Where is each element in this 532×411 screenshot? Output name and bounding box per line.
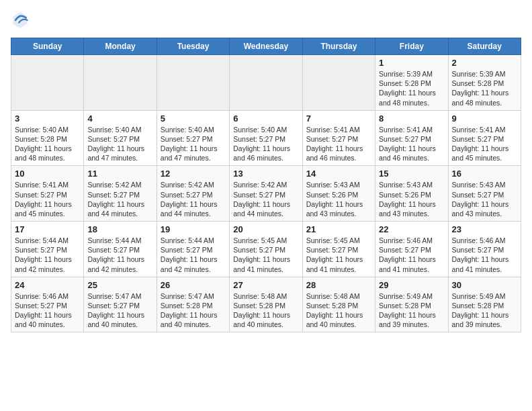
calendar-cell: 5Sunrise: 5:40 AM Sunset: 5:27 PM Daylig…: [157, 110, 229, 166]
day-number: 12: [161, 169, 226, 179]
calendar-cell: 11Sunrise: 5:42 AM Sunset: 5:27 PM Dayli…: [84, 166, 157, 222]
day-info: Sunrise: 5:41 AM Sunset: 5:27 PM Dayligh…: [379, 125, 444, 163]
day-info: Sunrise: 5:43 AM Sunset: 5:26 PM Dayligh…: [379, 180, 444, 218]
weekday-header-monday: Monday: [84, 38, 157, 55]
day-number: 24: [15, 280, 80, 290]
calendar-cell: 20Sunrise: 5:45 AM Sunset: 5:27 PM Dayli…: [230, 222, 302, 277]
day-info: Sunrise: 5:42 AM Sunset: 5:27 PM Dayligh…: [87, 180, 152, 218]
calendar-cell: 17Sunrise: 5:44 AM Sunset: 5:27 PM Dayli…: [11, 222, 84, 277]
day-number: 6: [233, 113, 298, 124]
day-number: 2: [452, 58, 517, 68]
day-number: 29: [379, 280, 444, 290]
day-number: 20: [233, 224, 298, 234]
day-info: Sunrise: 5:45 AM Sunset: 5:27 PM Dayligh…: [306, 236, 371, 274]
day-info: Sunrise: 5:43 AM Sunset: 5:27 PM Dayligh…: [452, 180, 517, 218]
day-info: Sunrise: 5:39 AM Sunset: 5:28 PM Dayligh…: [379, 69, 444, 107]
calendar-cell: 28Sunrise: 5:48 AM Sunset: 5:28 PM Dayli…: [302, 277, 375, 332]
calendar-cell: 19Sunrise: 5:44 AM Sunset: 5:27 PM Dayli…: [157, 222, 229, 277]
calendar-cell: 12Sunrise: 5:42 AM Sunset: 5:27 PM Dayli…: [157, 166, 229, 222]
day-info: Sunrise: 5:39 AM Sunset: 5:28 PM Dayligh…: [452, 69, 517, 107]
day-number: 9: [452, 113, 517, 124]
calendar-week-2: 3Sunrise: 5:40 AM Sunset: 5:28 PM Daylig…: [11, 110, 521, 166]
day-number: 17: [15, 224, 80, 234]
calendar-cell: 22Sunrise: 5:46 AM Sunset: 5:27 PM Dayli…: [375, 222, 448, 277]
weekday-header-wednesday: Wednesday: [230, 38, 302, 55]
calendar-cell: 4Sunrise: 5:40 AM Sunset: 5:27 PM Daylig…: [84, 110, 157, 166]
calendar-cell: 7Sunrise: 5:41 AM Sunset: 5:27 PM Daylig…: [302, 110, 375, 166]
calendar-cell: [302, 55, 375, 111]
day-number: 5: [161, 113, 226, 124]
weekday-header-sunday: Sunday: [11, 38, 84, 55]
day-info: Sunrise: 5:41 AM Sunset: 5:27 PM Dayligh…: [452, 125, 517, 163]
day-info: Sunrise: 5:40 AM Sunset: 5:28 PM Dayligh…: [15, 125, 80, 163]
day-info: Sunrise: 5:49 AM Sunset: 5:28 PM Dayligh…: [379, 291, 444, 330]
calendar-week-3: 10Sunrise: 5:41 AM Sunset: 5:27 PM Dayli…: [11, 166, 521, 222]
day-number: 15: [379, 169, 444, 179]
day-info: Sunrise: 5:42 AM Sunset: 5:27 PM Dayligh…: [233, 180, 298, 218]
weekday-header-friday: Friday: [375, 38, 448, 55]
day-number: 16: [452, 169, 517, 179]
calendar-week-1: 1Sunrise: 5:39 AM Sunset: 5:28 PM Daylig…: [11, 55, 521, 111]
day-number: 23: [452, 224, 517, 234]
calendar-cell: 2Sunrise: 5:39 AM Sunset: 5:28 PM Daylig…: [448, 55, 521, 111]
day-number: 13: [233, 169, 298, 179]
day-number: 26: [161, 280, 226, 290]
day-info: Sunrise: 5:46 AM Sunset: 5:27 PM Dayligh…: [379, 236, 444, 274]
calendar-cell: [230, 55, 302, 111]
calendar-body: 1Sunrise: 5:39 AM Sunset: 5:28 PM Daylig…: [11, 55, 521, 332]
day-number: 1: [379, 58, 444, 68]
day-info: Sunrise: 5:48 AM Sunset: 5:28 PM Dayligh…: [306, 291, 371, 330]
day-number: 8: [379, 113, 444, 124]
day-info: Sunrise: 5:44 AM Sunset: 5:27 PM Dayligh…: [87, 236, 152, 274]
calendar-cell: 30Sunrise: 5:49 AM Sunset: 5:28 PM Dayli…: [448, 277, 521, 332]
calendar-cell: 21Sunrise: 5:45 AM Sunset: 5:27 PM Dayli…: [302, 222, 375, 277]
calendar-week-5: 24Sunrise: 5:46 AM Sunset: 5:27 PM Dayli…: [11, 277, 521, 332]
calendar-cell: [157, 55, 229, 111]
calendar-cell: 26Sunrise: 5:47 AM Sunset: 5:28 PM Dayli…: [157, 277, 229, 332]
day-info: Sunrise: 5:40 AM Sunset: 5:27 PM Dayligh…: [233, 125, 298, 163]
calendar-cell: 23Sunrise: 5:46 AM Sunset: 5:27 PM Dayli…: [448, 222, 521, 277]
calendar-cell: 6Sunrise: 5:40 AM Sunset: 5:27 PM Daylig…: [230, 110, 302, 166]
day-info: Sunrise: 5:42 AM Sunset: 5:27 PM Dayligh…: [161, 180, 226, 218]
weekday-header-saturday: Saturday: [448, 38, 521, 55]
calendar-header: SundayMondayTuesdayWednesdayThursdayFrid…: [11, 38, 521, 55]
calendar-cell: 27Sunrise: 5:48 AM Sunset: 5:28 PM Dayli…: [230, 277, 302, 332]
day-info: Sunrise: 5:41 AM Sunset: 5:27 PM Dayligh…: [306, 125, 371, 163]
calendar-table: SundayMondayTuesdayWednesdayThursdayFrid…: [11, 38, 521, 332]
day-number: 28: [306, 280, 371, 290]
day-info: Sunrise: 5:47 AM Sunset: 5:27 PM Dayligh…: [87, 291, 152, 330]
day-number: 22: [379, 224, 444, 234]
day-info: Sunrise: 5:44 AM Sunset: 5:27 PM Dayligh…: [161, 236, 226, 274]
day-info: Sunrise: 5:44 AM Sunset: 5:27 PM Dayligh…: [15, 236, 80, 274]
day-info: Sunrise: 5:40 AM Sunset: 5:27 PM Dayligh…: [161, 125, 226, 163]
day-info: Sunrise: 5:46 AM Sunset: 5:27 PM Dayligh…: [15, 291, 80, 330]
calendar-cell: 10Sunrise: 5:41 AM Sunset: 5:27 PM Dayli…: [11, 166, 84, 222]
page-header: [11, 11, 521, 30]
calendar-cell: 8Sunrise: 5:41 AM Sunset: 5:27 PM Daylig…: [375, 110, 448, 166]
logo-icon: [11, 11, 30, 30]
weekday-header-thursday: Thursday: [302, 38, 375, 55]
weekday-header-row: SundayMondayTuesdayWednesdayThursdayFrid…: [11, 38, 521, 55]
calendar-cell: 9Sunrise: 5:41 AM Sunset: 5:27 PM Daylig…: [448, 110, 521, 166]
day-number: 11: [87, 169, 152, 179]
day-number: 30: [452, 280, 517, 290]
calendar-week-4: 17Sunrise: 5:44 AM Sunset: 5:27 PM Dayli…: [11, 222, 521, 277]
calendar-cell: 1Sunrise: 5:39 AM Sunset: 5:28 PM Daylig…: [375, 55, 448, 111]
calendar-cell: [11, 55, 84, 111]
day-info: Sunrise: 5:48 AM Sunset: 5:28 PM Dayligh…: [233, 291, 298, 330]
calendar-cell: 29Sunrise: 5:49 AM Sunset: 5:28 PM Dayli…: [375, 277, 448, 332]
calendar-cell: [84, 55, 157, 111]
logo: [11, 11, 32, 30]
day-number: 4: [87, 113, 152, 124]
day-info: Sunrise: 5:47 AM Sunset: 5:28 PM Dayligh…: [161, 291, 226, 330]
day-info: Sunrise: 5:41 AM Sunset: 5:27 PM Dayligh…: [15, 180, 80, 218]
calendar-cell: 15Sunrise: 5:43 AM Sunset: 5:26 PM Dayli…: [375, 166, 448, 222]
calendar-cell: 16Sunrise: 5:43 AM Sunset: 5:27 PM Dayli…: [448, 166, 521, 222]
day-info: Sunrise: 5:40 AM Sunset: 5:27 PM Dayligh…: [87, 125, 152, 163]
calendar-cell: 13Sunrise: 5:42 AM Sunset: 5:27 PM Dayli…: [230, 166, 302, 222]
day-number: 14: [306, 169, 371, 179]
day-info: Sunrise: 5:45 AM Sunset: 5:27 PM Dayligh…: [233, 236, 298, 274]
calendar-cell: 25Sunrise: 5:47 AM Sunset: 5:27 PM Dayli…: [84, 277, 157, 332]
day-number: 27: [233, 280, 298, 290]
calendar-cell: 14Sunrise: 5:43 AM Sunset: 5:26 PM Dayli…: [302, 166, 375, 222]
